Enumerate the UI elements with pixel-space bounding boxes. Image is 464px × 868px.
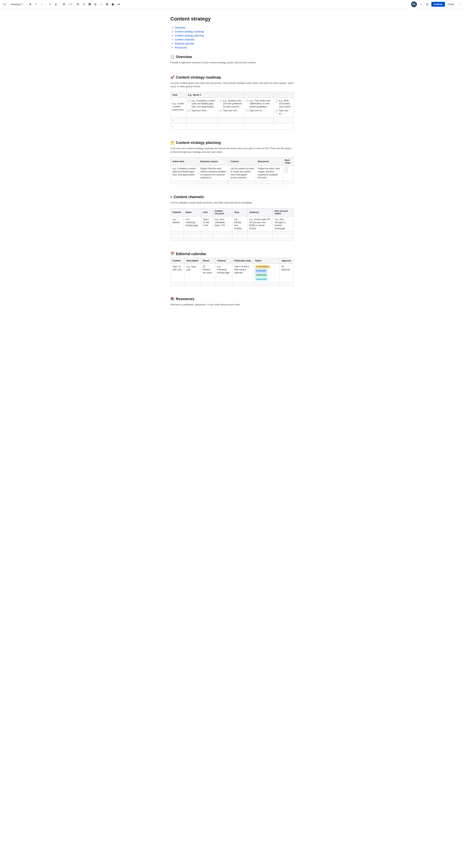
planning-description: Look over your content strategy roadmap … bbox=[170, 147, 294, 154]
avatar[interactable]: CK bbox=[411, 1, 417, 7]
chart-icon: ▦ bbox=[112, 3, 114, 6]
roadmap-col-sprint2 bbox=[218, 92, 244, 98]
planning-icon: 🗂️ bbox=[170, 141, 174, 145]
mention-button[interactable]: @ bbox=[93, 2, 98, 7]
task-checkbox[interactable] bbox=[188, 110, 190, 112]
calendar-cell-channel-1: e.g., marketing landing page bbox=[215, 264, 232, 283]
task-checkbox[interactable] bbox=[220, 110, 222, 112]
toc-link-channels[interactable]: Content channels bbox=[175, 38, 195, 41]
table-of-contents: Overview Content strategy roadmap Conten… bbox=[170, 26, 294, 49]
numbered-list-button[interactable]: ⋮≡ bbox=[67, 2, 72, 7]
align-button[interactable]: ≡ bbox=[47, 2, 53, 7]
toc-link-roadmap[interactable]: Content strategy roadmap bbox=[175, 30, 204, 33]
italic-button[interactable]: I bbox=[34, 2, 39, 7]
bold-button[interactable]: B bbox=[28, 2, 33, 7]
toc-item-channels: Content channels bbox=[175, 38, 294, 41]
toolbar: Heading 2 ▾ B I ··· ≡ A ☰ ⋮≡ ☑ 🔗 🖼 @ ☺ ⊞ bbox=[0, 0, 464, 9]
channels-cell-link-4 bbox=[201, 238, 213, 241]
roadmap-cell-s1-2 bbox=[186, 117, 218, 124]
planning-col-content: Content bbox=[229, 157, 256, 166]
task-checkbox[interactable] bbox=[246, 100, 248, 102]
calendar-heading: 📅 Editorial calendar bbox=[170, 252, 294, 256]
toc-link-resources[interactable]: Resources bbox=[175, 46, 187, 49]
task-button[interactable]: ☑ bbox=[75, 2, 80, 7]
calendar-cell-pubdate-1: Type // to add a date using a calendar bbox=[232, 264, 253, 283]
toc-link-overview[interactable]: Overview bbox=[175, 26, 185, 29]
more-insert-button[interactable]: +▾ bbox=[116, 2, 121, 7]
planning-cell-content-2 bbox=[229, 181, 256, 184]
at-icon: @ bbox=[94, 3, 97, 6]
bullet-list-button[interactable]: ☰ bbox=[61, 2, 67, 7]
calendar-cell-channel-2 bbox=[215, 283, 232, 286]
heading-style-label: Heading 2 bbox=[11, 3, 22, 6]
planning-cell-action-1: e.g., Complete a content audit and ident… bbox=[171, 166, 199, 181]
toc-link-planning[interactable]: Content strategy planning bbox=[175, 34, 204, 37]
roadmap-description: List your content goals and order them b… bbox=[170, 81, 294, 88]
channels-cell-link-1: Type / to add a link bbox=[201, 216, 213, 231]
channels-cell-metric-3 bbox=[273, 235, 294, 238]
publish-button[interactable]: Publish bbox=[431, 2, 445, 7]
channels-cell-name-4 bbox=[184, 238, 201, 241]
image-icon: 🖼 bbox=[89, 3, 91, 6]
table-button[interactable]: ⊞ bbox=[104, 2, 109, 7]
channels-cell-metric-4 bbox=[273, 238, 294, 241]
resources-section: 📚 Resources Add links to guidelines, glo… bbox=[170, 297, 294, 306]
task-checkbox[interactable] bbox=[188, 100, 190, 102]
template-icon: ⊡ bbox=[426, 3, 428, 6]
chart-button[interactable]: ▦ bbox=[110, 2, 115, 7]
table-row bbox=[171, 238, 294, 241]
roadmap-cell-goal-1: 1 e.g., Create a unified brand voice bbox=[171, 98, 186, 117]
planning-cell-business-1: Explain how this work solves a business … bbox=[198, 166, 229, 181]
toc-item-resources: Resources bbox=[175, 46, 294, 49]
toc-item-planning: Content strategy planning bbox=[175, 34, 294, 37]
toc-link-calendar[interactable]: Editorial calendar bbox=[175, 42, 194, 45]
channels-cell-tone-1: e.g., friendly and exciting bbox=[232, 216, 247, 231]
close-button[interactable]: Close bbox=[446, 2, 455, 7]
roadmap-cell-s3-1: e.g., Train writers and stakeholders on … bbox=[244, 98, 273, 117]
more-formatting-button[interactable]: ··· bbox=[39, 2, 44, 7]
roadmap-cell-s2-1: e.g., Develop voice and tone guidelines … bbox=[218, 98, 244, 117]
calendar-col-status: Status bbox=[253, 258, 280, 264]
checkbox-item: e.g., Train writers and stakeholders on … bbox=[246, 99, 271, 108]
checkbox-item bbox=[285, 167, 292, 170]
channels-cell-structure-4 bbox=[213, 238, 232, 241]
roadmap-col-sprint3 bbox=[244, 92, 273, 98]
task-checkbox[interactable] bbox=[275, 100, 278, 102]
task-checkbox[interactable] bbox=[285, 167, 287, 170]
calendar-col-channel: Channel bbox=[215, 258, 232, 264]
template-button[interactable]: ⊡ bbox=[425, 2, 430, 7]
heading-style-selector[interactable]: Heading 2 ▾ bbox=[9, 2, 25, 6]
task-checkbox[interactable] bbox=[220, 100, 222, 102]
calendar-col-owner: Owner bbox=[201, 258, 215, 264]
roadmap-heading: 🚀 Content strategy roadmap bbox=[170, 75, 294, 80]
checkbox-item: e.g., Write and publish new content bbox=[275, 99, 292, 108]
roadmap-cell-s1-1: e.g., Complete a content audit and ident… bbox=[186, 98, 218, 117]
add-collaborator-button[interactable]: + bbox=[418, 2, 423, 7]
task-checkbox[interactable] bbox=[246, 110, 248, 112]
toolbar-divider-4 bbox=[74, 3, 74, 6]
channels-cell-link-2 bbox=[201, 231, 213, 235]
calendar-col-content: Content bbox=[171, 258, 185, 264]
channels-table: Channel Name Link Content structure Tone… bbox=[170, 208, 294, 241]
planning-cell-resources-2 bbox=[256, 181, 283, 184]
logo-icon[interactable] bbox=[2, 2, 7, 7]
channels-cell-structure-1: e.g., hero, subheader, blurb, CTA bbox=[213, 216, 232, 231]
task-checkbox[interactable] bbox=[285, 171, 287, 173]
calendar-table: Content Description Owner Channel Public… bbox=[170, 258, 294, 286]
checkbox-item: Type your actio... bbox=[188, 109, 216, 112]
channels-col-channel: Channel bbox=[171, 208, 184, 216]
status-badge-approved: APPROVED bbox=[255, 273, 268, 277]
resources-description: Add links to guidelines, glossaries, or … bbox=[170, 303, 294, 306]
text-color-button[interactable]: A bbox=[53, 2, 58, 7]
resources-icon: 📚 bbox=[170, 297, 174, 301]
link-button[interactable]: 🔗 bbox=[81, 2, 86, 7]
calendar-cell-owner-1: @ mention the owner bbox=[201, 264, 215, 283]
emoji-button[interactable]: ☺ bbox=[99, 2, 104, 7]
text-color-icon: A bbox=[55, 3, 57, 6]
overview-heading: 📋 Overview bbox=[170, 55, 294, 59]
more-options-button[interactable]: ··· bbox=[457, 2, 462, 7]
task-checkbox[interactable] bbox=[275, 110, 278, 112]
roadmap-cell-goal-3: 3 bbox=[171, 124, 186, 130]
align-icon: ≡ bbox=[49, 3, 51, 6]
image-button[interactable]: 🖼 bbox=[87, 2, 92, 7]
